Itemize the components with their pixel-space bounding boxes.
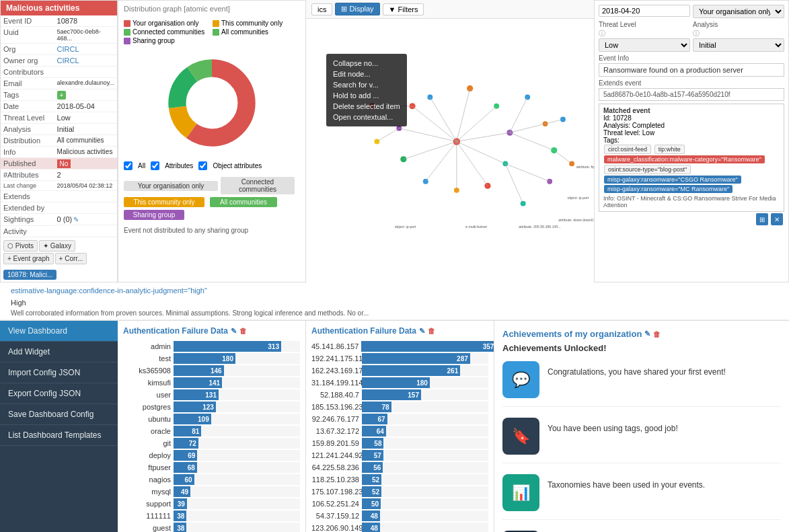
svg-line-26: [457, 88, 470, 141]
corr-btn[interactable]: + Corr...: [55, 253, 87, 264]
auth-failure-panel-right: Authentication Failure Data ✎ 🗑 45.141.8…: [306, 321, 494, 532]
auth-left-delete-icon[interactable]: 🗑: [239, 327, 247, 335]
threat-level-select[interactable]: Low: [599, 38, 690, 52]
search-value-item[interactable]: Search for v...: [333, 79, 400, 90]
auth-bar-row: ubuntu 109: [123, 414, 300, 424]
auth-bar-row: user 131: [123, 389, 300, 400]
attributes-checkbox[interactable]: [151, 161, 159, 170]
graph-toolbar: ics ⊞ Display ▼ Filters: [306, 0, 594, 19]
sightings-edit-icon[interactable]: ✎: [73, 216, 79, 223]
action-buttons: ⬡ Pivots ✦ Galaxy + Event graph + Corr..…: [1, 237, 117, 267]
matched-event-box: Matched event Id: 10728 Analysis: Comple…: [599, 104, 784, 212]
sidebar-item-add-widget[interactable]: Add Widget: [0, 342, 118, 363]
display-btn[interactable]: ⊞ Display: [335, 3, 379, 15]
dashboard-content: Authentication Failure Data ✎ 🗑 admin 31…: [118, 321, 789, 532]
auth-bar-row: 162.243.169.176 261: [311, 365, 488, 376]
auth-failure-panel-left: Authentication Failure Data ✎ 🗑 admin 31…: [118, 321, 306, 532]
open-contextual-item[interactable]: Open contextual...: [333, 112, 400, 122]
auth-bar-row: 123.206.90.149 48: [311, 523, 488, 532]
achievements-edit-icon[interactable]: ✎: [644, 330, 650, 338]
edit-node-item[interactable]: Edit node...: [333, 69, 400, 79]
svg-line-41: [377, 128, 399, 142]
achievement-icon-1: 🔖: [502, 418, 539, 455]
auth-bar-row: git 72: [123, 438, 300, 449]
auth-panel-right-title: Authentication Failure Data ✎ 🗑: [311, 326, 488, 336]
network-graph-area: ics ⊞ Display ▼ Filters Collapse no... E…: [306, 0, 594, 282]
hold-add-item[interactable]: Hold to add ...: [333, 90, 400, 101]
event-graph-btn[interactable]: + Event graph: [3, 253, 54, 264]
auth-bar-row: ks365908 146: [123, 365, 300, 376]
analytic-tag: estimative-language:confidence-in-analyt…: [5, 284, 784, 297]
object-attributes-checkbox[interactable]: [198, 161, 207, 170]
donut-chart: [118, 47, 305, 159]
achievements-subtitle: Achievements Unlocked!: [502, 343, 781, 353]
auth-bar-row: 118.25.10.238 52: [311, 474, 488, 485]
analytic-description: Well corroborated information from prove…: [5, 308, 784, 318]
owner-org-link[interactable]: CIRCL: [57, 56, 79, 65]
event-date-input[interactable]: [599, 5, 690, 17]
auth-bar-row: 192.241.175.115 287: [311, 353, 488, 364]
achievements-list: 💬 Congratulations, you have shared your …: [502, 361, 781, 532]
dist-bars: Your organisation only Connected communi…: [118, 173, 305, 224]
achievement-icon-2: 📊: [502, 474, 539, 511]
svg-line-36: [510, 98, 527, 133]
auth-bar-row: kimsufi 141: [123, 377, 300, 388]
svg-line-37: [510, 124, 546, 132]
auth-bar-row: 111111 38: [123, 510, 300, 521]
matched-event-tags: circl:osint-feed tip:white malware_class…: [603, 144, 780, 194]
add-tag-btn[interactable]: +: [57, 91, 67, 100]
org-select[interactable]: Your organisation only: [693, 5, 784, 18]
event-badge[interactable]: 10878: Malici...: [3, 270, 57, 280]
delete-selected-item[interactable]: Delete selected item: [333, 101, 400, 112]
dist-header: Distribution graph [atomic event]: [118, 1, 305, 17]
pivots-btn[interactable]: ⬡ Pivots: [3, 240, 38, 252]
auth-bar-row: 64.225.58.236 56: [311, 462, 488, 473]
auth-bar-row: support 39: [123, 498, 300, 509]
svg-point-24: [569, 161, 574, 166]
analysis-select[interactable]: Initial: [693, 38, 784, 52]
auth-right-delete-icon[interactable]: 🗑: [428, 327, 435, 335]
sidebar: View Dashboard Add Widget Import Config …: [0, 321, 118, 532]
settings-panel-btn[interactable]: ✕: [771, 213, 783, 225]
sidebar-item-save-dashboard[interactable]: Save Dashboard Config: [0, 404, 118, 425]
ics-btn[interactable]: ics: [311, 3, 332, 15]
auth-left-edit-icon[interactable]: ✎: [231, 327, 237, 336]
svg-line-32: [426, 141, 457, 181]
org-link[interactable]: CIRCL: [57, 45, 79, 53]
auth-bar-row: 52.188.40.7 157: [311, 389, 488, 400]
published-badge: No: [57, 159, 71, 168]
all-checkbox[interactable]: [124, 161, 133, 170]
auth-bar-row: deploy 69: [123, 450, 300, 461]
auth-bar-row: ftpuser 68: [123, 462, 300, 473]
svg-line-30: [457, 141, 488, 186]
malicious-activities-panel: Malicious activities Event ID10878 Uuid5…: [0, 0, 118, 282]
sidebar-item-view-dashboard[interactable]: View Dashboard: [0, 321, 118, 342]
auth-right-edit-icon[interactable]: ✎: [419, 327, 425, 336]
sidebar-item-import-config[interactable]: Import Config JSON: [0, 363, 118, 383]
auth-bar-row: 121.241.244.92 57: [311, 450, 488, 461]
sidebar-item-list-templates[interactable]: List Dashboard Templates: [0, 425, 118, 446]
achievement-item: 💬 Congratulations, you have shared your …: [502, 361, 781, 407]
auth-bar-row: guest 38: [123, 523, 300, 532]
svg-text:e multi-botnet: e multi-botnet: [465, 225, 487, 229]
filters-btn[interactable]: ▼ Filters: [383, 3, 424, 15]
achievements-delete-icon[interactable]: 🗑: [653, 330, 661, 338]
auth-bar-row: 13.67.32.172 64: [311, 426, 488, 436]
expand-panel-btn[interactable]: ⊞: [756, 213, 768, 225]
svg-line-29: [457, 141, 505, 163]
auth-bar-row: 54.37.159.12 48: [311, 510, 488, 521]
svg-text:object: ip-port: object: ip-port: [567, 196, 589, 200]
achievement-item: 📊 Taxonomies have been used in your even…: [502, 474, 781, 520]
extends-event-text: 5ad8687b-0e10-4a8b-a157-46a5950d210f: [599, 88, 784, 101]
galaxy-btn[interactable]: ✦ Galaxy: [39, 240, 75, 252]
auth-bar-row: postgres 123: [123, 402, 300, 412]
achievements-title: Achievements of my organization ✎ 🗑: [502, 329, 781, 339]
collapse-node-item[interactable]: Collapse no...: [333, 58, 400, 69]
auth-bar-row: admin 313: [123, 341, 300, 352]
svg-line-43: [546, 119, 563, 124]
auth-bar-row: 175.107.198.23 52: [311, 486, 488, 497]
event-info-text: Ransomware found on a production server: [599, 63, 784, 77]
svg-text:attribute: ftp.ftp0118.info: attribute: ftp.ftp0118.info: [576, 165, 594, 169]
sidebar-item-export-config[interactable]: Export Config JSON: [0, 383, 118, 404]
dist-legend: Your organisation only This community on…: [118, 17, 305, 47]
